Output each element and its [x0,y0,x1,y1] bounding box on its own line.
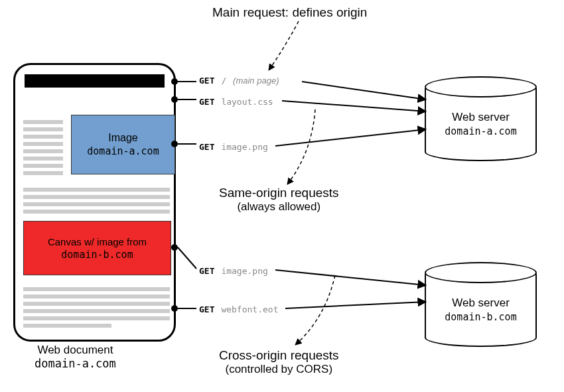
req-canvas-image-method: GET [199,266,214,276]
req-image: GET image.png [199,141,268,152]
req-canvas-image: GET image.png [199,265,268,276]
req-image-path: image.png [221,142,267,152]
req-image-method: GET [199,142,214,152]
bullet-canvas-image [171,244,178,251]
web-document: Image domain-a.com Canvas w/ image from … [13,63,176,342]
req-main-note: (main page) [233,76,279,86]
doc-titlebar [25,74,165,88]
server-a-label: Web server [452,111,510,124]
main-request-label: Main request: defines origin [212,5,367,20]
svg-line-7 [275,270,426,285]
req-css-path: layout.css [221,97,273,107]
svg-line-1 [302,82,426,99]
canvas-box-label: Canvas w/ image from [48,236,147,247]
cross-origin-label: Cross-origin requests (controlled by COR… [219,348,339,376]
server-b-label: Web server [452,296,510,310]
image-box-label: Image [108,132,137,144]
doc-text-bottom [23,284,170,331]
req-css-method: GET [199,97,214,107]
server-a-domain: domain-a.com [445,125,516,137]
image-box: Image domain-a.com [71,115,175,174]
req-main: GET / (main page) [199,75,279,86]
server-b-domain: domain-b.com [445,311,516,323]
image-box-domain: domain-a.com [87,145,159,157]
bullet-font [171,305,178,312]
svg-line-3 [282,101,426,111]
doc-text-left [23,117,63,178]
cross-origin-l2: (controlled by CORS) [219,363,339,376]
canvas-box: Canvas w/ image from domain-b.com [23,221,171,275]
bullet-main [171,78,178,85]
bullet-image [171,141,178,147]
svg-line-9 [285,302,426,308]
doc-text-mid [23,184,170,217]
same-origin-l1: Same-origin requests [219,186,339,200]
req-main-path: / [221,76,226,86]
req-font: GET webfont.eot [199,304,278,314]
doc-caption: Web document domain-a.com [35,344,116,370]
server-a: Web server domain-a.com [425,76,534,161]
doc-caption-domain: domain-a.com [35,357,116,370]
req-font-method: GET [199,304,214,314]
req-css: GET layout.css [199,96,273,107]
svg-line-6 [178,247,196,269]
bullet-css [171,96,178,103]
svg-line-5 [275,129,426,146]
cross-origin-l1: Cross-origin requests [219,348,339,363]
req-font-path: webfont.eot [221,304,278,314]
same-origin-label: Same-origin requests (always allowed) [219,186,339,214]
doc-caption-label: Web document [35,344,116,357]
canvas-box-domain: domain-b.com [61,249,133,261]
req-main-method: GET [199,76,214,86]
same-origin-l2: (always allowed) [219,200,339,214]
server-b: Web server domain-b.com [425,262,534,347]
req-canvas-image-path: image.png [221,266,267,276]
